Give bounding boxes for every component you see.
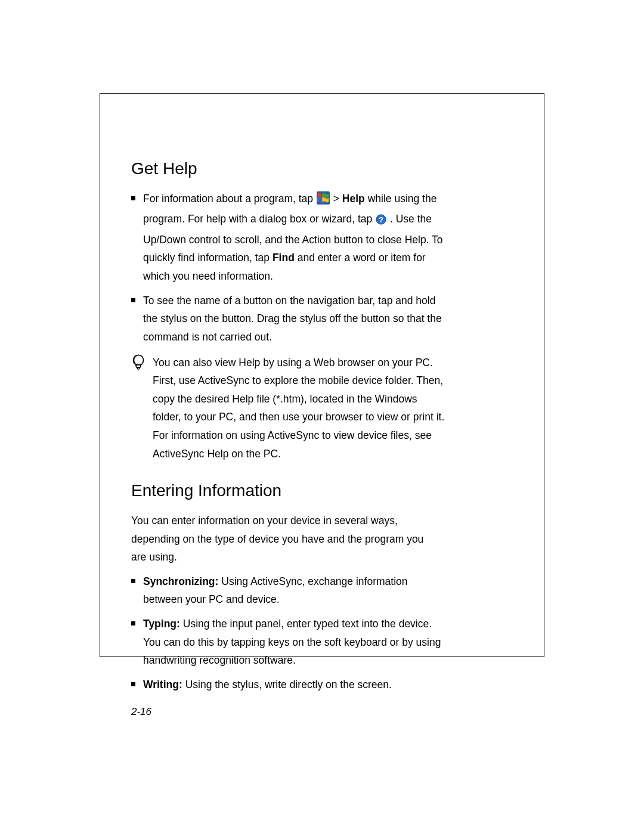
text-fragment: Using the stylus, write directly on the … (182, 679, 392, 690)
bold-label: Writing: (143, 679, 182, 690)
text-fragment: > (333, 193, 342, 205)
heading-entering-information: Entering Information (131, 481, 453, 501)
text-fragment: For information about a program, tap (143, 193, 316, 205)
tip-block: You can also view Help by using a Web br… (131, 354, 453, 463)
list-item: Synchronizing: Using ActiveSync, exchang… (131, 572, 453, 609)
list-item: To see the name of a button on the navig… (131, 292, 453, 346)
bold-label: Typing: (143, 618, 180, 630)
entering-bullet-list: Synchronizing: Using ActiveSync, exchang… (131, 572, 453, 694)
page-content: Get Help For information about a program… (131, 159, 453, 718)
section-entering-information: Entering Information You can enter infor… (131, 481, 453, 717)
bullet-text: For information about a program, tap > H… (143, 190, 444, 286)
bullet-text: To see the name of a button on the navig… (143, 292, 444, 346)
intro-paragraph: You can enter information on your device… (131, 512, 441, 566)
text-fragment: Using the input panel, enter typed text … (143, 618, 441, 666)
help-question-icon: ? (376, 212, 386, 231)
bullet-text: Typing: Using the input panel, enter typ… (143, 615, 444, 670)
tip-text: You can also view Help by using a Web br… (153, 354, 448, 463)
bold-label: Synchronizing: (143, 575, 218, 587)
list-item: For information about a program, tap > H… (131, 190, 453, 286)
bullet-text: Writing: Using the stylus, write directl… (143, 676, 444, 694)
page-number: 2-16 (131, 706, 453, 718)
heading-get-help: Get Help (131, 159, 453, 179)
list-item: Typing: Using the input panel, enter typ… (131, 615, 453, 670)
start-flag-icon (317, 191, 330, 210)
bold-help: Help (342, 193, 365, 205)
list-item: Writing: Using the stylus, write directl… (131, 676, 453, 694)
bold-find: Find (273, 252, 295, 264)
tip-lightbulb-icon (131, 354, 145, 373)
svg-text:?: ? (379, 216, 383, 224)
gethelp-bullet-list: For information about a program, tap > H… (131, 190, 453, 346)
bullet-text: Synchronizing: Using ActiveSync, exchang… (143, 572, 444, 609)
